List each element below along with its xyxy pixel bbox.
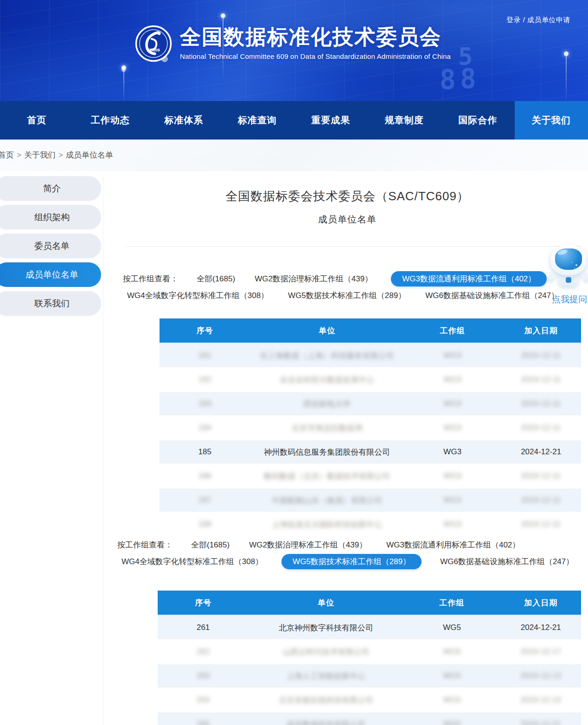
cell-org: 神州数码信息服务集团股份有限公司 <box>250 440 404 464</box>
nav-item[interactable]: 规章制度 <box>368 101 441 140</box>
table-row[interactable]: 261 北京神州数字科技有限公司 WG5 2024-12-21 <box>158 616 581 640</box>
breadcrumb-separator: > <box>17 151 21 159</box>
table-row[interactable]: 181 长三角数据（上海）科技服务有限公司 WG3 2024-12-11 <box>160 343 581 368</box>
header-digit-decoration: 8 <box>460 63 476 95</box>
table-header-row: 序号 单位 工作组 加入日期 <box>160 318 581 343</box>
table-row[interactable]: 264 北京首都在线科技有限公司 WG5 2024-12-13 <box>158 688 581 712</box>
workgroup-filter-pill[interactable]: WG3数据流通利用标准工作组（402） <box>391 271 547 286</box>
breadcrumb-item: 成员单位名单 <box>66 151 113 159</box>
nav-item[interactable]: 标准查询 <box>221 101 294 140</box>
table-row[interactable]: 265 南京数据科技有限公司 WG5 2024-12-21 <box>158 712 581 725</box>
workgroup-filter-pill[interactable]: WG6数据基础设施标准工作组（247） <box>424 288 560 303</box>
sidebar-item-label: 委员名单 <box>34 240 70 252</box>
assistant-label[interactable]: 点我提问 <box>542 293 588 305</box>
page: 5 8 8 登录 / 成员单位申请 TC609 全国数据标准化技术委员会 Nat… <box>0 0 588 725</box>
workgroup-filter-pill[interactable]: 全部(1685) <box>190 537 230 553</box>
nav-item-label: 标准查询 <box>238 114 277 127</box>
workgroup-filter-pill[interactable]: WG6数据基础设施标准工作组（247） <box>439 554 575 569</box>
sidebar-item[interactable]: 联系我们 <box>0 291 101 316</box>
filter-row: 按工作组查看： 全部(1685) WG2数据治理标准工作组（439） WG3数据… <box>123 271 560 287</box>
cell-date: 2024-12-11 <box>501 392 581 416</box>
site-logo[interactable]: TC609 <box>135 25 172 62</box>
table-row[interactable]: 184 北京市海淀区数据局 WG3 2024-12-11 <box>160 416 581 440</box>
nav-item[interactable]: 国际合作 <box>441 101 515 140</box>
col-header-date: 加入日期 <box>501 318 581 343</box>
cell-index: 185 <box>160 440 250 464</box>
member-table-wg5: 序号 单位 工作组 加入日期 261 北京神州数字科技有限公司 WG5 2024… <box>158 591 581 725</box>
table-row[interactable]: 262 山西云时代技术有限公司 WG5 2024-12-17 <box>158 640 581 664</box>
workgroup-filter-pill[interactable]: WG5数据技术标准工作组（289） <box>281 554 422 569</box>
workgroup-filter-pill[interactable]: WG3数据流通利用标准工作组（402） <box>385 537 521 553</box>
cell-org: 南京数据科技有限公司 <box>249 712 403 725</box>
workgroup-filter-pill[interactable]: 全部(1685) <box>196 271 236 286</box>
table-row[interactable]: 187 中国船舶山东（集团）有限公司 WG3 2024-12-11 <box>160 488 581 512</box>
workgroup-filter-label: WG4全域数字化转型标准工作组（308） <box>127 291 268 300</box>
col-header-org: 单位 <box>250 318 404 343</box>
sidebar-item-label: 简介 <box>43 183 61 195</box>
sidebar-item[interactable]: 委员名单 <box>0 234 101 258</box>
workgroup-filter-label: WG6数据基础设施标准工作组（247） <box>425 291 559 300</box>
nav-item[interactable]: 重要成果 <box>294 101 368 140</box>
nav-item-label: 首页 <box>27 114 46 127</box>
table-row[interactable]: 185 神州数码信息服务集团股份有限公司 WG3 2024-12-21 <box>160 440 581 464</box>
cell-date: 2024-12-21 <box>501 712 582 725</box>
cell-index: 265 <box>158 712 249 725</box>
col-header-date: 加入日期 <box>501 591 582 616</box>
page-subtitle: 成员单位名单 <box>113 213 582 226</box>
breadcrumb-bar: 首页>关于我们>成员单位名单 <box>0 140 588 171</box>
breadcrumb-separator: > <box>58 151 63 159</box>
workgroup-filter-pill[interactable]: WG2数据治理标准工作组（439） <box>254 271 373 286</box>
cell-org: 农业农村部大数据发展中心 <box>250 368 404 392</box>
nav-item-label: 关于我们 <box>532 114 571 127</box>
cell-index: 188 <box>160 512 250 536</box>
cell-date: 2024-12-11 <box>501 368 581 392</box>
table-row[interactable]: 263 上海人工智能创新中心 WG5 2024-12-13 <box>158 664 581 688</box>
cell-index: 261 <box>158 616 249 640</box>
nav-item-label: 工作动态 <box>91 114 130 127</box>
cell-workgroup: WG5 <box>403 688 501 712</box>
cell-date: 2024-12-11 <box>501 416 581 440</box>
cell-workgroup: WG3 <box>404 368 501 392</box>
sidebar-item[interactable]: 简介 <box>0 176 101 201</box>
site-subtitle: National Technical Committee 609 on Data… <box>180 52 451 60</box>
cell-date: 2024-12-11 <box>501 343 581 368</box>
cell-workgroup: WG3 <box>404 392 501 416</box>
table-row[interactable]: 188 上海临港北大国际科技创新中心 WG3 2024-12-11 <box>160 512 581 536</box>
sidebar-item[interactable]: 成员单位名单 <box>0 262 101 287</box>
sidebar-item-label: 组织架构 <box>34 211 70 223</box>
cell-org: 北京市海淀区数据局 <box>250 416 404 440</box>
filter-section-wg3: 按工作组查看： 全部(1685) WG2数据治理标准工作组（439） WG3数据… <box>123 271 560 304</box>
sidebar-item-label: 成员单位名单 <box>26 269 78 281</box>
workgroup-filter-pill[interactable]: WG2数据治理标准工作组（439） <box>248 537 368 553</box>
workgroup-filter-pill[interactable]: WG4全域数字化转型标准工作组（308） <box>126 288 269 303</box>
nav-item[interactable]: 关于我们 <box>515 101 588 140</box>
workgroup-filter-pill[interactable]: WG5数据技术标准工作组（289） <box>287 288 407 303</box>
cell-workgroup: WG3 <box>404 464 501 488</box>
cell-org: 上海临港北大国际科技创新中心 <box>250 512 404 536</box>
col-header-workgroup: 工作组 <box>404 318 501 343</box>
login-link[interactable]: 登录 / 成员单位申请 <box>506 16 570 25</box>
breadcrumb-item[interactable]: 首页 <box>0 151 14 159</box>
workgroup-filter-pill[interactable]: WG4全域数字化转型标准工作组（308） <box>121 554 264 569</box>
sidebar-item[interactable]: 组织架构 <box>0 205 101 229</box>
cell-workgroup: WG3 <box>404 488 501 512</box>
cell-workgroup: WG5 <box>403 616 501 640</box>
filter-row: WG4全域数字化转型标准工作组（308） WG5数据技术标准工作组（289） W… <box>126 287 560 304</box>
logo-text: TC609 <box>147 48 160 52</box>
cell-workgroup: WG3 <box>404 512 501 536</box>
breadcrumb: 首页>关于我们>成员单位名单 <box>0 150 588 160</box>
nav-item[interactable]: 首页 <box>0 101 74 140</box>
header-dot-decoration <box>121 68 126 72</box>
cell-date: 2024-12-11 <box>501 488 581 512</box>
nav-item[interactable]: 标准体系 <box>147 101 221 140</box>
assistant-robot[interactable] <box>550 245 587 287</box>
workgroup-filter-label: WG5数据技术标准工作组（289） <box>293 557 410 566</box>
breadcrumb-item[interactable]: 关于我们 <box>24 151 56 159</box>
nav-item[interactable]: 工作动态 <box>74 101 147 140</box>
cell-date: 2024-12-11 <box>501 512 581 536</box>
table-row[interactable]: 183 西安邮电大学 WG3 2024-12-11 <box>160 392 581 416</box>
cell-org: 长三角数据（上海）科技服务有限公司 <box>250 343 404 368</box>
table-row[interactable]: 182 农业农村部大数据发展中心 WG3 2024-12-11 <box>160 368 581 392</box>
table-row[interactable]: 186 数码数据（北京）数据技术有限公司 WG3 2024-12-11 <box>160 464 581 488</box>
page-title: 全国数据标委会技术委员会（SAC/TC609） <box>113 188 582 204</box>
